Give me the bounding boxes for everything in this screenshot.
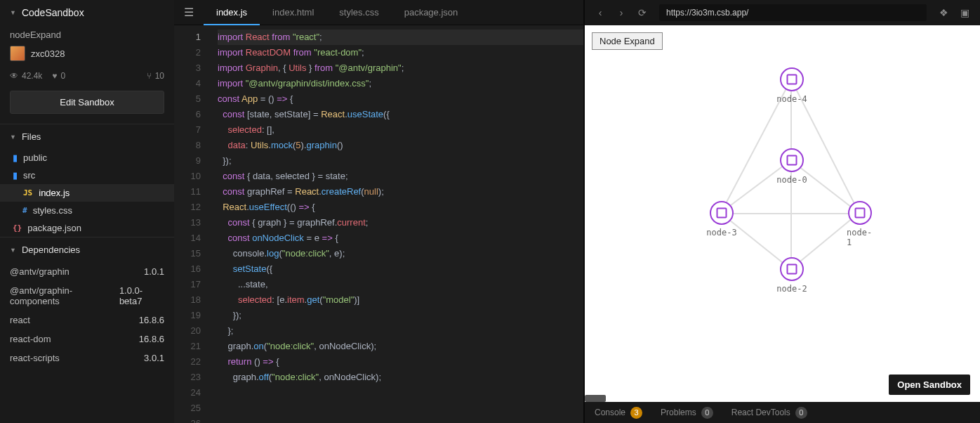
graph-label: node-2 <box>776 284 807 294</box>
json-icon: {} <box>13 223 22 233</box>
css-icon: # <box>22 206 27 215</box>
edge <box>722 213 860 214</box>
forward-icon[interactable]: › <box>613 7 630 18</box>
layout-icon[interactable]: ▣ <box>956 7 973 18</box>
dep-react-scripts[interactable]: react-scripts3.0.1 <box>0 349 174 367</box>
file-index.js[interactable]: JSindex.js <box>0 184 174 202</box>
username: zxc0328 <box>31 48 65 59</box>
graph-label: node-4 <box>776 94 807 104</box>
tab-bar: ☰ index.jsindex.htmlstyles.csspackage.js… <box>174 0 583 25</box>
js-icon: JS <box>22 188 33 197</box>
deps-header[interactable]: ▼ Dependencies <box>0 237 174 262</box>
deps-section: ▼ Dependencies @antv/graphin1.0.1@antv/g… <box>0 237 174 367</box>
files-section: ▼ Files ▮public▮srcJSindex.js#styles.css… <box>0 124 174 237</box>
chevron-down-icon: ▼ <box>10 247 16 254</box>
console-tab-react-devtools[interactable]: React DevTools0 <box>731 407 807 419</box>
file-src[interactable]: ▮src <box>0 167 174 184</box>
likes-stat: ♥ 0 <box>52 71 65 81</box>
dep--antv-graphin-components[interactable]: @antv/graphin-components1.0.0-beta7 <box>0 281 174 311</box>
graph-node-node-4[interactable] <box>780 67 804 91</box>
file-public[interactable]: ▮public <box>0 149 174 167</box>
dep-react-dom[interactable]: react-dom16.8.6 <box>0 330 174 349</box>
file-styles.css[interactable]: #styles.css <box>0 202 174 219</box>
reload-icon[interactable]: ⟳ <box>634 7 651 18</box>
back-icon[interactable]: ‹ <box>592 7 609 18</box>
console-tab-console[interactable]: Console3 <box>595 407 642 419</box>
views-stat: 👁 42.4k <box>10 71 42 81</box>
edit-sandbox-button[interactable]: Edit Sandbox <box>10 91 164 114</box>
graph-viz[interactable]: node-0node-1node-2node-3node-4 <box>690 67 887 320</box>
tab-package.json[interactable]: package.json <box>392 0 471 25</box>
graph-node-node-2[interactable] <box>780 257 804 281</box>
main: ☰ index.jsindex.htmlstyles.csspackage.js… <box>174 0 980 423</box>
edge <box>721 160 792 213</box>
open-sandbox-button[interactable]: Open Sandbox <box>889 375 970 395</box>
graph-label: node-3 <box>706 228 736 237</box>
graph-label: node-0 <box>776 175 807 185</box>
stats-row: 👁 42.4k ♥ 0 ⑂ 10 <box>0 68 174 91</box>
line-gutter: 1234567891011121314151617181920212223242… <box>174 25 209 423</box>
graph-node-node-3[interactable] <box>710 201 734 225</box>
editor-pane: ☰ index.jsindex.htmlstyles.csspackage.js… <box>174 0 583 423</box>
folder-icon: ▮ <box>13 152 18 163</box>
h-scrollbar[interactable] <box>585 395 980 402</box>
user-row[interactable]: zxc0328 <box>0 41 174 68</box>
grid-icon[interactable]: ❖ <box>935 7 952 18</box>
preview-content[interactable]: Node Expand node-0node-1node-2node-3node… <box>585 25 980 402</box>
url-input[interactable]: https://3io3m.csb.app/ <box>659 4 927 21</box>
chevron-down-icon: ▼ <box>10 134 16 141</box>
avatar <box>10 46 25 61</box>
project-title: nodeExpand <box>0 27 174 41</box>
preview-pane: ‹ › ⟳ https://3io3m.csb.app/ ❖ ▣ Node Ex… <box>583 0 980 423</box>
code-content[interactable]: import React from "react";import ReactDO… <box>209 25 583 423</box>
dep-react[interactable]: react16.8.6 <box>0 311 174 330</box>
dep--antv-graphin[interactable]: @antv/graphin1.0.1 <box>0 262 174 281</box>
console-bar: Console3Problems0React DevTools0 <box>585 402 980 423</box>
tab-index.html[interactable]: index.html <box>260 0 326 25</box>
edge <box>721 213 792 270</box>
folder-icon: ▮ <box>13 170 18 181</box>
forks-stat: ⑂ 10 <box>147 71 164 81</box>
chevron-down-icon: ▼ <box>10 9 16 16</box>
product-header[interactable]: ▼ CodeSandbox <box>0 0 174 27</box>
browser-bar: ‹ › ⟳ https://3io3m.csb.app/ ❖ ▣ <box>585 0 980 25</box>
files-header[interactable]: ▼ Files <box>0 124 174 149</box>
product-name: CodeSandbox <box>22 7 84 18</box>
node-expand-button[interactable]: Node Expand <box>592 32 663 50</box>
tab-styles.css[interactable]: styles.css <box>326 0 391 25</box>
graph-node-node-1[interactable] <box>848 201 872 225</box>
file-package.json[interactable]: {}package.json <box>0 219 174 237</box>
graph-label: node-1 <box>847 228 873 247</box>
graph-node-node-0[interactable] <box>780 148 804 172</box>
tab-index.js[interactable]: index.js <box>204 0 260 25</box>
sidebar: ▼ CodeSandbox nodeExpand zxc0328 👁 42.4k… <box>0 0 174 423</box>
menu-icon[interactable]: ☰ <box>174 6 204 19</box>
console-tab-problems[interactable]: Problems0 <box>661 407 713 419</box>
code-area[interactable]: 1234567891011121314151617181920212223242… <box>174 25 583 423</box>
